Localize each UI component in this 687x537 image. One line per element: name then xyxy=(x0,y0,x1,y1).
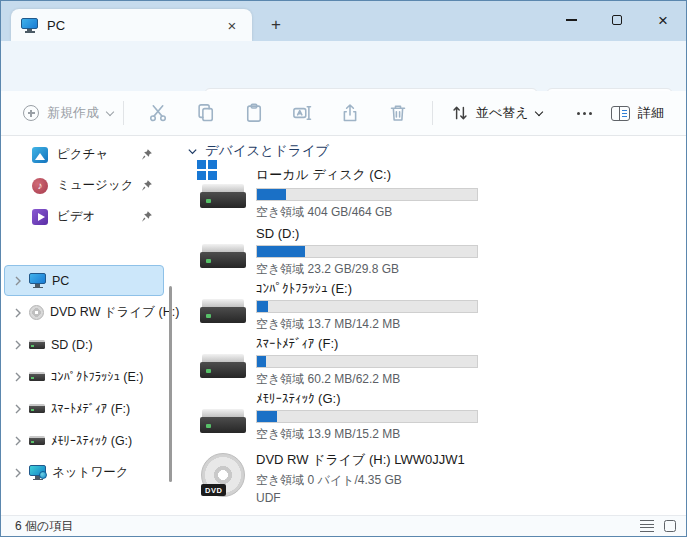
new-tab-button[interactable]: + xyxy=(264,13,288,37)
minimize-button[interactable] xyxy=(548,1,594,39)
chevron-down-icon xyxy=(534,107,542,115)
drive-icon xyxy=(29,372,45,381)
paste-icon xyxy=(244,103,264,123)
window-controls: × xyxy=(548,1,686,41)
paste-button[interactable] xyxy=(235,96,273,130)
drive-icon xyxy=(199,338,249,382)
sidebar-item-pc[interactable]: PC xyxy=(4,265,164,296)
see-more-button[interactable] xyxy=(568,98,602,128)
cut-icon xyxy=(148,103,168,123)
navigation-bar: ← → ↑ ↻ PC xyxy=(1,41,686,91)
drive-icon xyxy=(199,283,249,327)
drive-icon xyxy=(29,340,45,349)
drive-icon xyxy=(199,228,249,272)
drive-name: ローカル ディスク (C:) xyxy=(256,166,478,184)
details-pane-icon xyxy=(611,106,630,121)
sidebar-item-compactflash-drive[interactable]: ｺﾝﾊﾟｸﾄﾌﾗｯｼｭ (E:) xyxy=(4,361,164,392)
drive-free-space: 空き領域 0 バイト/4.35 GB xyxy=(256,472,465,489)
close-icon: × xyxy=(658,12,668,29)
delete-button[interactable] xyxy=(379,96,417,130)
trash-icon xyxy=(388,103,408,123)
pc-monitor-icon xyxy=(29,273,46,288)
drive-icon xyxy=(199,393,249,437)
capacity-bar xyxy=(256,410,478,423)
sidebar-item-dvd-drive[interactable]: DVD RW ドライブ (H:) xyxy=(4,297,164,328)
sort-label: 並べ替え xyxy=(476,104,529,122)
details-view-icon[interactable] xyxy=(640,520,654,532)
sidebar-item-music[interactable]: ♪ ミュージック xyxy=(4,170,164,201)
pc-monitor-icon xyxy=(21,18,38,33)
pin-icon xyxy=(140,210,153,226)
drive-filesystem: UDF xyxy=(256,491,465,505)
capacity-bar xyxy=(256,245,478,258)
drive-item-e[interactable]: ｺﾝﾊﾟｸﾄﾌﾗｯｼｭ (E:) 空き領域 13.7 MB/14.2 MB xyxy=(199,281,639,333)
item-count: 6 個の項目 xyxy=(15,518,73,535)
rename-icon xyxy=(292,103,312,123)
titlebar: PC × + × xyxy=(1,1,686,41)
sidebar-item-smartmedia-drive[interactable]: ｽﾏｰﾄﾒﾃﾞｨｱ (F:) xyxy=(4,393,164,424)
chevron-down-icon xyxy=(106,107,114,115)
sidebar-scrollbar[interactable] xyxy=(169,286,172,482)
drive-name: ｺﾝﾊﾟｸﾄﾌﾗｯｼｭ (E:) xyxy=(256,281,478,296)
drive-free-space: 空き領域 13.9 MB/15.2 MB xyxy=(256,426,478,443)
plus-icon xyxy=(23,105,39,121)
network-icon xyxy=(29,465,46,480)
drive-item-g[interactable]: ﾒﾓﾘｰｽﾃｨｯｸ (G:) 空き領域 13.9 MB/15.2 MB xyxy=(199,391,639,443)
dvd-disc-icon: DVD xyxy=(201,453,245,497)
drive-item-c[interactable]: ローカル ディスク (C:) 空き領域 404 GB/464 GB xyxy=(199,166,639,218)
new-label: 新規作成 xyxy=(47,104,99,122)
chevron-right-icon[interactable] xyxy=(13,275,23,287)
sort-button[interactable]: 並べ替え xyxy=(451,104,542,122)
capacity-bar xyxy=(256,188,478,201)
maximize-button[interactable] xyxy=(594,1,640,39)
copy-button[interactable] xyxy=(187,96,225,130)
tab-title: PC xyxy=(47,18,222,33)
drive-icon xyxy=(29,404,45,413)
music-icon: ♪ xyxy=(32,178,48,194)
sidebar-item-memorystick-drive[interactable]: ﾒﾓﾘｰｽﾃｨｯｸ (G:) xyxy=(4,425,164,456)
chevron-right-icon[interactable] xyxy=(13,371,23,383)
sidebar-item-pictures[interactable]: ピクチャ xyxy=(4,139,164,170)
disc-icon xyxy=(29,305,44,320)
details-toggle-button[interactable]: 詳細 xyxy=(611,104,664,122)
dvd-badge: DVD xyxy=(201,484,226,496)
chevron-right-icon[interactable] xyxy=(13,403,23,415)
large-icons-view-icon[interactable] xyxy=(664,520,676,532)
close-button[interactable]: × xyxy=(640,1,686,39)
local-disk-icon xyxy=(199,168,249,212)
tab-close-icon[interactable]: × xyxy=(222,15,242,35)
share-icon xyxy=(340,103,360,123)
drive-item-f[interactable]: ｽﾏｰﾄﾒﾃﾞｨｱ (F:) 空き領域 60.2 MB/62.2 MB xyxy=(199,336,639,388)
drive-free-space: 空き領域 23.2 GB/29.8 GB xyxy=(256,261,478,278)
status-bar: 6 個の項目 xyxy=(1,515,686,536)
chevron-right-icon[interactable] xyxy=(13,307,23,319)
capacity-bar xyxy=(256,355,478,368)
pin-icon xyxy=(140,148,153,164)
navigation-pane: ピクチャ ♪ ミュージック ビデオ xyxy=(1,136,175,517)
drive-name: ｽﾏｰﾄﾒﾃﾞｨｱ (F:) xyxy=(256,336,478,351)
toolbar-divider xyxy=(123,101,124,125)
group-header-label: デバイスとドライブ xyxy=(205,142,329,160)
chevron-right-icon[interactable] xyxy=(13,467,23,479)
sidebar-item-sd-drive[interactable]: SD (D:) xyxy=(4,329,164,360)
share-button[interactable] xyxy=(331,96,369,130)
drive-item-d[interactable]: SD (D:) 空き領域 23.2 GB/29.8 GB xyxy=(199,226,639,278)
chevron-right-icon[interactable] xyxy=(13,339,23,351)
tab-pc[interactable]: PC × xyxy=(11,9,252,41)
sidebar-item-videos[interactable]: ビデオ xyxy=(4,201,164,232)
sidebar-item-network[interactable]: ネットワーク xyxy=(4,457,164,488)
drive-free-space: 空き領域 404 GB/464 GB xyxy=(256,204,478,221)
content-area: ピクチャ ♪ ミュージック ビデオ xyxy=(1,136,686,517)
cut-button[interactable] xyxy=(139,96,177,130)
chevron-right-icon[interactable] xyxy=(13,435,23,447)
drive-free-space: 空き領域 60.2 MB/62.2 MB xyxy=(256,371,478,388)
file-list-pane: デバイスとドライブ ローカル ディスク (C:) 空き領域 404 GB/464… xyxy=(175,136,686,517)
drive-name: DVD RW ドライブ (H:) LWW0JJW1 xyxy=(256,451,465,469)
rename-button[interactable] xyxy=(283,96,321,130)
group-devices-and-drives[interactable]: デバイスとドライブ xyxy=(187,142,329,160)
drive-icon xyxy=(29,436,45,445)
new-button[interactable]: 新規作成 xyxy=(23,104,113,122)
drive-item-h-dvd[interactable]: DVD DVD RW ドライブ (H:) LWW0JJW1 空き領域 0 バイト… xyxy=(199,451,639,507)
chevron-down-icon xyxy=(187,146,198,157)
details-label: 詳細 xyxy=(638,104,664,122)
